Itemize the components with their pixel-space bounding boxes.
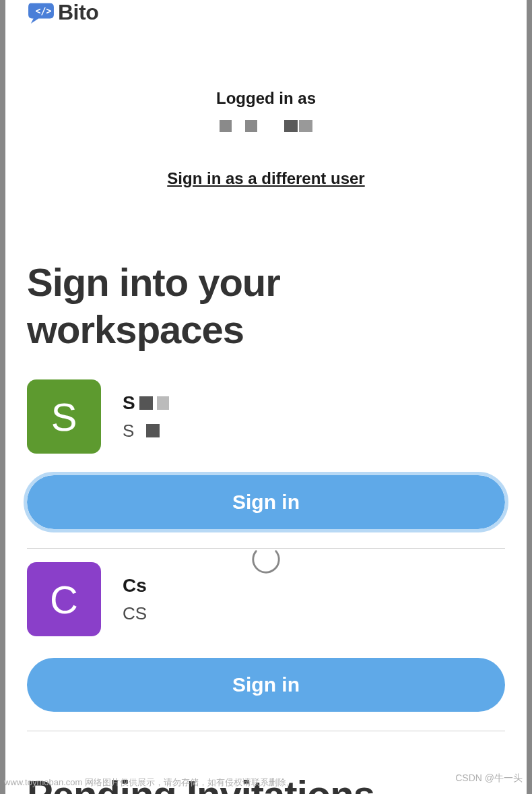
workspace-subtitle: CS [123,603,147,624]
logged-in-label: Logged in as [27,89,505,108]
app-container: </> Bito Logged in as Sign in as a diffe… [5,0,527,794]
watermark-right: CSDN @牛一头 [455,772,523,785]
workspace-item: S S S [27,379,505,454]
workspace-name: S [123,392,135,414]
svg-point-1 [250,543,282,576]
workspace-avatar: C [27,562,101,636]
workspace-avatar: S [27,379,101,454]
redacted-icon [139,396,153,410]
sign-in-button[interactable]: Sign in [27,658,505,712]
sign-in-button[interactable]: Sign in [27,475,505,529]
loading-spinner-icon [250,543,282,576]
logo: </> Bito [27,0,505,25]
page-title: Sign into your workspaces [27,259,505,353]
logo-icon: </> [27,1,55,25]
workspace-info: Cs CS [123,575,147,624]
logged-in-section: Logged in as [27,89,505,132]
divider [27,731,505,731]
svg-text:</>: </> [35,5,51,16]
workspace-name: Cs [123,575,147,597]
workspace-info: S S [123,392,169,441]
user-email-redacted [27,120,505,132]
workspace-subtitle: S [123,421,134,441]
sign-in-different-user-link[interactable]: Sign in as a different user [27,169,505,188]
logo-text: Bito [58,0,98,25]
redacted-icon [157,396,169,410]
watermark-left: www.toymoban.com 网络图片仅供展示，请勿存储，如有侵权请联系删除… [4,776,295,789]
redacted-icon [146,424,160,437]
